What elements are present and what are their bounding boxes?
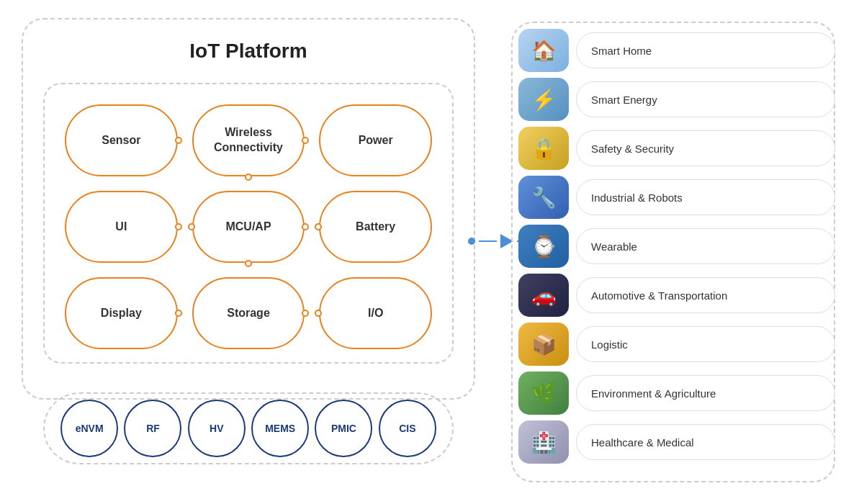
icon-smart-energy: ⚡ (518, 78, 569, 121)
app-label-environment: Environment & Agriculture (576, 375, 835, 411)
app-wearable[interactable]: ⌚ Wearable (518, 225, 835, 268)
icon-smart-home: 🏠 (518, 29, 569, 72)
component-display[interactable]: Display (65, 277, 178, 349)
bottom-circles: eNVM RF HV MEMS PMIC CIS (58, 400, 439, 457)
applications-section: 🏠 Smart Home ⚡ Smart Energy 🔒 Safety & S… (504, 14, 842, 490)
icon-wearable: ⌚ (518, 225, 569, 268)
app-smart-home[interactable]: 🏠 Smart Home (518, 29, 835, 72)
dot-storage-right (302, 310, 309, 317)
apps-list: 🏠 Smart Home ⚡ Smart Energy 🔒 Safety & S… (518, 29, 835, 464)
iot-platform-section: IoT Platform Sensor WirelessConnectivity… (22, 18, 490, 486)
dot-wireless-bottom (245, 174, 252, 181)
component-rf[interactable]: RF (124, 400, 181, 457)
component-power[interactable]: Power (319, 104, 432, 176)
dot-io-left (315, 310, 322, 317)
app-label-industrial: Industrial & Robots (576, 179, 835, 215)
icon-environment: 🌿 (518, 372, 569, 415)
app-safety-security[interactable]: 🔒 Safety & Security (518, 127, 835, 170)
component-mcu[interactable]: MCU/AP (192, 191, 305, 263)
dot-wireless-right (302, 137, 309, 144)
icon-industrial: 🔧 (518, 176, 569, 219)
app-logistic[interactable]: 📦 Logistic (518, 323, 835, 366)
component-sensor[interactable]: Sensor (65, 104, 178, 176)
component-storage[interactable]: Storage (192, 277, 305, 349)
app-label-smart-energy: Smart Energy (576, 81, 835, 117)
dot-mcu-bottom (245, 260, 252, 267)
app-industrial[interactable]: 🔧 Industrial & Robots (518, 176, 835, 219)
component-pmic[interactable]: PMIC (315, 400, 372, 457)
dot-sensor-right (175, 137, 182, 144)
component-battery[interactable]: Battery (319, 191, 432, 263)
icon-healthcare: 🏥 (518, 420, 569, 464)
component-hv[interactable]: HV (188, 400, 246, 457)
component-mems[interactable]: MEMS (251, 400, 309, 457)
icon-safety-security: 🔒 (518, 127, 569, 170)
component-envm[interactable]: eNVM (60, 400, 118, 457)
app-label-safety-security: Safety & Security (576, 130, 835, 166)
component-wireless[interactable]: WirelessConnectivity (192, 104, 305, 176)
components-grid: Sensor WirelessConnectivity Power UI MCU… (50, 90, 446, 364)
component-ui[interactable]: UI (65, 191, 178, 263)
icon-logistic: 📦 (518, 323, 569, 366)
connector-dot-left (468, 238, 475, 245)
dot-mcu-right (302, 223, 309, 230)
app-healthcare[interactable]: 🏥 Healthcare & Medical (518, 420, 835, 464)
dot-display-right (175, 310, 182, 317)
app-label-wearable: Wearable (576, 228, 835, 264)
dot-mcu-left (188, 223, 195, 230)
dot-ui-right (175, 223, 182, 230)
app-automotive[interactable]: 🚗 Automotive & Transportation (518, 274, 835, 317)
app-label-automotive: Automotive & Transportation (576, 277, 835, 313)
dot-battery-left (315, 223, 322, 230)
main-container: IoT Platform Sensor WirelessConnectivity… (0, 0, 864, 504)
app-label-logistic: Logistic (576, 326, 835, 362)
component-cis[interactable]: CIS (379, 400, 436, 457)
connector-line (479, 240, 497, 242)
app-environment[interactable]: 🌿 Environment & Agriculture (518, 372, 835, 415)
app-smart-energy[interactable]: ⚡ Smart Energy (518, 78, 835, 121)
icon-automotive: 🚗 (518, 274, 569, 317)
iot-platform-title: IoT Platform (22, 40, 475, 63)
app-label-healthcare: Healthcare & Medical (576, 424, 835, 460)
component-io[interactable]: I/O (319, 277, 432, 349)
app-label-smart-home: Smart Home (576, 32, 835, 68)
